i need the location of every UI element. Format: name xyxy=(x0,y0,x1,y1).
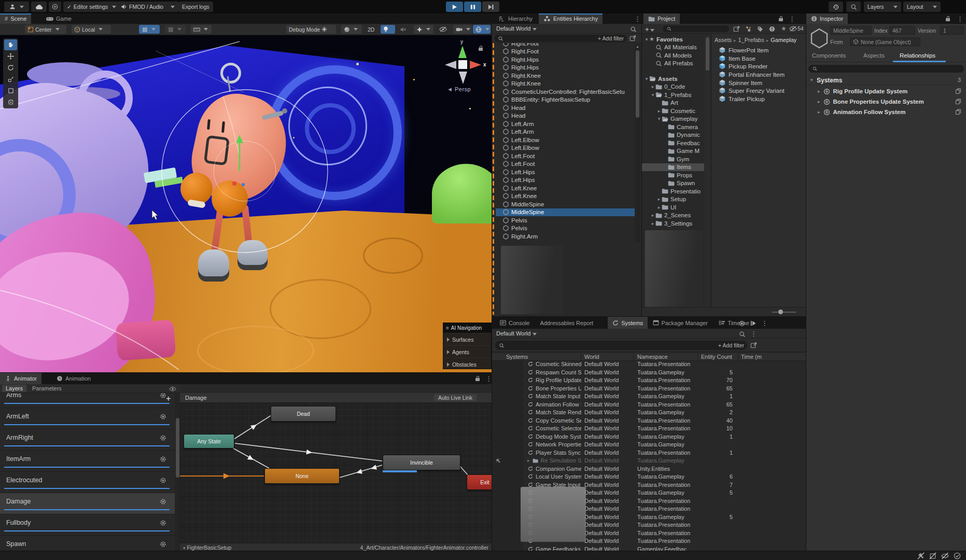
hierarchy-entity-row[interactable]: Pelvis xyxy=(496,225,637,233)
state-node-dead[interactable]: Dead xyxy=(271,406,336,422)
scene-visibility-toggle[interactable] xyxy=(437,25,451,34)
thumbnail-zoom-slider[interactable] xyxy=(772,312,796,313)
row-expander-icon[interactable]: ▸ xyxy=(818,89,820,94)
debug-mode-button[interactable]: Debug Mode xyxy=(286,25,336,34)
layers-dropdown[interactable]: Layers xyxy=(864,2,901,12)
add-layer-button[interactable]: + xyxy=(166,394,171,403)
hierarchy-entity-row[interactable]: Left.Hips xyxy=(496,176,637,185)
favorites-filter-button[interactable]: ★ xyxy=(781,25,787,32)
project-asset-item[interactable]: Spinner Item xyxy=(719,79,806,87)
state-machine-graph[interactable]: Damage Auto Live Link DeadAny StateInvin… xyxy=(180,393,492,551)
hierarchy-entity-row[interactable]: Head xyxy=(496,112,637,120)
project-asset-item[interactable]: FlowerPot Item xyxy=(719,46,806,54)
animator-layer-row[interactable]: Arms xyxy=(0,393,180,408)
project-tree-row[interactable]: ▸2_Scenes xyxy=(642,212,704,220)
row-expander-icon[interactable]: ▸ xyxy=(818,109,820,115)
system-row[interactable]: Match State Input ...Default WorldTuatar… xyxy=(492,393,806,401)
export-logs-button[interactable]: Export logs xyxy=(178,2,213,12)
state-node-exit[interactable]: Exit xyxy=(467,474,492,490)
grid-snap-toggle[interactable] xyxy=(139,25,160,34)
entity-name-field[interactable]: MiddleSpine xyxy=(830,26,872,35)
editor-settings-button[interactable]: ✓Editor settings xyxy=(63,2,120,12)
project-asset-item[interactable]: Trailer Pickup xyxy=(719,95,806,103)
state-node-none[interactable]: None xyxy=(264,468,340,484)
project-asset-item[interactable]: Pickup Render xyxy=(719,62,806,71)
system-row[interactable]: Match State Rende...Default WorldTuatara… xyxy=(492,409,806,417)
hierarchy-entity-row[interactable]: CosmeticUserControlled: FighterBasicSetu xyxy=(496,88,637,96)
system-row[interactable]: Rig Profile Update ...Default WorldTuata… xyxy=(492,377,806,385)
graph-breadcrumb[interactable]: Damage xyxy=(185,395,207,401)
axis-neg-cone-left[interactable] xyxy=(445,61,456,69)
nav-overlay-item[interactable]: Agents xyxy=(443,345,491,358)
animator-layer-row[interactable]: Spawn xyxy=(0,536,180,551)
hierarchy-entity-row[interactable]: BBBEntity: FighterBasicSetup xyxy=(496,96,637,104)
project-tree-row[interactable]: Gym xyxy=(642,155,704,163)
rotate-tool-button[interactable] xyxy=(4,62,17,73)
project-tree-row[interactable]: Game M xyxy=(642,147,704,156)
tab-components[interactable]: Components xyxy=(812,52,846,59)
cache-server-disabled-icon[interactable] xyxy=(917,552,925,559)
project-tree-row[interactable]: Feedbac xyxy=(642,139,704,147)
open-script-icon[interactable] xyxy=(955,109,961,115)
state-node-any-state[interactable]: Any State xyxy=(184,434,234,449)
hierarchy-entity-row[interactable]: Left.Elbow xyxy=(496,136,637,144)
tree-expander-icon[interactable]: ▸ xyxy=(656,108,662,114)
project-tree-row[interactable]: ▸0_Code xyxy=(642,83,704,91)
project-tree-row[interactable]: ▸Cosmetic xyxy=(642,107,704,115)
tab-relationships[interactable]: Relationships xyxy=(900,52,935,59)
inspector-search-field[interactable] xyxy=(808,65,964,73)
systems-popout-button[interactable] xyxy=(750,342,758,348)
from-object-field[interactable]: None (Game Object) xyxy=(850,37,920,46)
layer-settings-gear-icon[interactable] xyxy=(160,413,166,420)
compile-status-icon[interactable] xyxy=(954,552,961,559)
world-dropdown[interactable]: Default World xyxy=(496,25,537,32)
tree-expander-icon[interactable]: ▸ xyxy=(650,213,655,218)
console-tab-package-manager[interactable]: Package Manager xyxy=(648,317,712,329)
animator-layer-row[interactable]: Damage xyxy=(0,493,180,514)
project-tree-row[interactable]: Props xyxy=(642,171,704,179)
layer-settings-gear-icon[interactable] xyxy=(160,435,166,441)
global-search-button[interactable] xyxy=(846,2,861,12)
project-tree-row[interactable]: ▸Setup xyxy=(642,195,704,204)
hierarchy-entity-row[interactable]: Left.Knee xyxy=(496,184,637,192)
tab-scene[interactable]: #Scene xyxy=(0,13,31,24)
hierarchy-entity-row[interactable]: Left.Foot xyxy=(496,152,637,160)
project-tree-row[interactable]: All Materials xyxy=(642,44,704,52)
system-row[interactable]: Debug Mode SystemDefault WorldTuatara.Ga… xyxy=(492,433,806,442)
project-asset-item[interactable]: Portal Enhancer Item xyxy=(719,71,806,79)
project-tree-row[interactable]: ▸UI xyxy=(642,203,704,212)
row-expander-icon[interactable]: ▸ xyxy=(527,458,530,463)
tab-entities-hierarchy[interactable]: Entities Hierarchy xyxy=(539,13,603,24)
label-filter-button[interactable] xyxy=(757,25,763,32)
controller-setup-name[interactable]: ▾ FighterBasicSetup xyxy=(183,544,231,551)
project-tree-row[interactable]: Spawn xyxy=(642,179,704,188)
pivot-mode-button[interactable]: Center xyxy=(25,25,66,34)
console-world-dropdown[interactable]: Default World xyxy=(496,330,537,337)
console-menu-button[interactable]: ⋮ xyxy=(761,319,768,327)
tree-expander-icon[interactable]: ▸ xyxy=(650,221,655,226)
zoom-slider-knob[interactable] xyxy=(778,310,783,314)
snap-increment-toggle[interactable] xyxy=(165,25,186,34)
animator-layer-row[interactable]: ArmRight xyxy=(0,429,180,451)
view-tool-button[interactable] xyxy=(4,39,17,50)
scene-effects-toggle[interactable] xyxy=(414,25,433,34)
tab-hierarchy[interactable]: Hierarchy xyxy=(494,13,537,24)
project-tree-row[interactable]: Items xyxy=(642,163,704,172)
hierarchy-menu-button[interactable]: ⋮ xyxy=(634,15,641,23)
layer-settings-gear-icon[interactable] xyxy=(160,498,166,505)
project-popout-button[interactable] xyxy=(733,25,740,32)
inspector-system-row[interactable]: ▸Bone Properties Update System xyxy=(806,96,966,107)
record-icon[interactable] xyxy=(739,320,745,327)
nav-overlay-item[interactable]: Surfaces xyxy=(443,333,491,345)
package-visibility-button[interactable] xyxy=(745,25,751,32)
system-row[interactable]: Animation Follow S...Default WorldTuatar… xyxy=(492,401,806,410)
project-tree-scrollbar[interactable] xyxy=(705,35,710,311)
layer-weight-bar[interactable] xyxy=(4,530,170,531)
toggle-2d-button[interactable]: 2D xyxy=(365,25,379,34)
transform-tool-button[interactable] xyxy=(4,96,17,107)
play-button[interactable] xyxy=(446,2,463,12)
type-filter-button[interactable] xyxy=(769,25,775,32)
hierarchy-entity-row[interactable]: Right.Knee xyxy=(496,80,637,88)
hierarchy-entity-row[interactable]: Left.Arm xyxy=(496,128,637,136)
system-row[interactable]: Player Stats SyncDefault WorldTuatara.Pr… xyxy=(492,450,806,458)
